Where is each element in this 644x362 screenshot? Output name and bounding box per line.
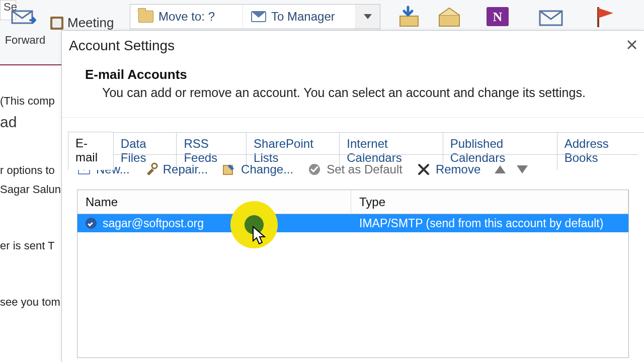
dialog-title: Account Settings	[69, 38, 175, 54]
column-name[interactable]: Name	[77, 190, 351, 214]
left-frag-6: see you tom	[0, 293, 61, 312]
quickstep-move-to-label: Move to: ?	[158, 10, 215, 24]
folder-icon	[138, 11, 153, 23]
account-name: sagar@softpost.org	[103, 217, 204, 230]
move-button[interactable]	[392, 4, 426, 29]
quicksteps-dropdown[interactable]	[356, 5, 380, 29]
set-default-button[interactable]: Set as Default	[307, 162, 403, 176]
left-frag-4: Sagar Salunk	[0, 180, 61, 199]
forward-label: Forward	[0, 34, 50, 46]
set-default-icon	[307, 162, 321, 176]
envelope-icon	[251, 11, 266, 22]
tab-email[interactable]: E-mail	[68, 132, 114, 170]
divider	[62, 117, 644, 118]
quickstep-move-to[interactable]: Move to: ?	[130, 5, 243, 29]
quickstep-to-manager-label: To Manager	[271, 10, 335, 24]
tab-address-books[interactable]: Address Books	[557, 132, 644, 170]
set-default-label: Set as Default	[327, 162, 403, 176]
repair-icon	[144, 162, 158, 176]
message-list-underlay: (This comp ad r options to Sagar Salunk …	[0, 65, 61, 362]
move-down-button[interactable]	[517, 165, 528, 173]
change-label: Change...	[241, 162, 293, 176]
dialog-header: E-mail Accounts You can add or remove an…	[85, 67, 634, 100]
left-frag-1: (This comp	[0, 92, 61, 111]
onenote-button[interactable]: N	[481, 4, 514, 29]
account-type: IMAP/SMTP (send from this account by def…	[359, 217, 603, 230]
remove-account-button[interactable]: Remove	[417, 162, 480, 176]
unread-button[interactable]	[534, 4, 568, 29]
repair-label: Repair...	[163, 162, 208, 176]
dialog-header-desc: You can add or remove an account. You ca…	[85, 85, 634, 100]
left-frag-5: er is sent T	[0, 236, 61, 255]
svg-point-4	[152, 163, 157, 168]
change-account-button[interactable]: Change...	[222, 162, 293, 176]
account-row[interactable]: sagar@softpost.org IMAP/SMTP (send from …	[77, 214, 628, 232]
grid-header: Name Type	[77, 190, 628, 214]
meeting-button[interactable]: Meeting	[50, 15, 114, 31]
account-toolbar: New... Repair... Change... Set as Defaul…	[77, 162, 528, 176]
close-button[interactable]	[622, 35, 642, 55]
calendar-icon	[50, 17, 63, 30]
column-type[interactable]: Type	[351, 190, 628, 214]
change-icon	[222, 162, 236, 176]
forward-button[interactable]: Forward	[0, 3, 50, 63]
follow-up-button[interactable]	[589, 4, 622, 29]
move-up-button[interactable]	[495, 165, 506, 173]
remove-icon	[417, 162, 431, 176]
forward-icon	[10, 5, 40, 30]
svg-text:N: N	[493, 10, 503, 24]
left-frag-2: ad	[0, 111, 61, 134]
quick-steps-gallery[interactable]: Move to: ? To Manager	[130, 4, 380, 29]
tab-underline	[68, 154, 638, 155]
remove-label: Remove	[436, 162, 480, 176]
account-settings-dialog: Account Settings E-mail Accounts You can…	[61, 30, 644, 362]
accounts-grid: Name Type sagar@softpost.org IMAP/SMTP (…	[77, 190, 629, 358]
dialog-header-title: E-mail Accounts	[85, 67, 634, 82]
meeting-label: Meeting	[67, 15, 114, 31]
repair-account-button[interactable]: Repair...	[144, 162, 208, 176]
default-account-icon	[86, 218, 97, 229]
left-frag-3: r options to	[0, 161, 61, 180]
quickstep-to-manager[interactable]: To Manager	[243, 5, 356, 29]
chevron-down-icon	[364, 14, 372, 19]
rules-button[interactable]	[433, 4, 466, 29]
